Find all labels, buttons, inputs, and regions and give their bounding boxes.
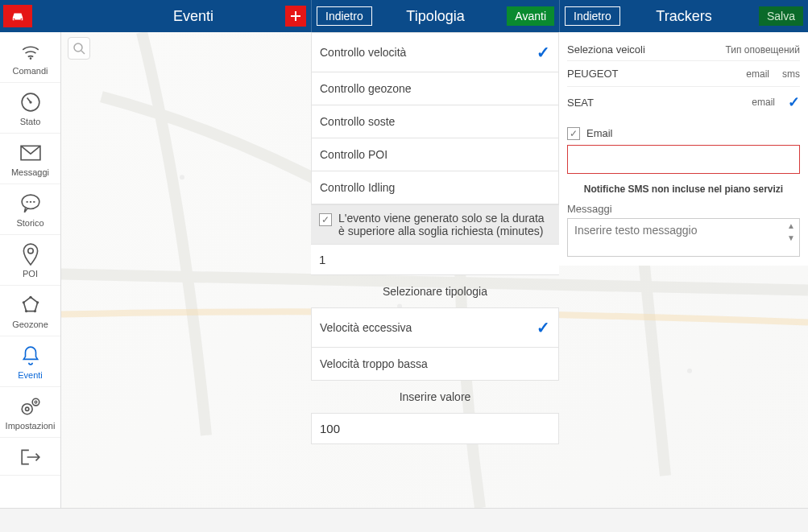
sidebar-item-label: Eventi: [18, 370, 43, 380]
type-eccessiva[interactable]: Velocità eccessiva ✓: [312, 308, 558, 348]
email-label: Email: [586, 127, 613, 139]
svg-point-18: [32, 398, 39, 406]
value-input[interactable]: 100: [312, 414, 558, 443]
bell-icon: [19, 344, 42, 367]
vehicle-email-col: email: [746, 68, 769, 80]
sidebar-item-stato[interactable]: Stato: [0, 83, 60, 134]
sidebar-item-label: POI: [23, 269, 38, 278]
sidebar-item-label: Geozone: [12, 320, 48, 329]
vehicle-row-seat[interactable]: SEAT email ✓: [567, 86, 800, 118]
checkbox-icon[interactable]: ✓: [319, 213, 332, 226]
add-event-button[interactable]: [285, 6, 306, 27]
email-input[interactable]: [567, 145, 800, 174]
svg-point-16: [22, 404, 32, 414]
duration-note-label: L'evento viene generato solo se la durat…: [338, 212, 551, 237]
control-soste[interactable]: Controllo soste: [312, 105, 558, 138]
control-poi[interactable]: Controllo POI: [312, 138, 558, 171]
duration-value-input[interactable]: 1: [311, 245, 559, 275]
chat-icon: [19, 192, 42, 215]
sidebar-item-label: Messaggi: [11, 167, 49, 177]
vehicle-row-peugeot[interactable]: PEUGEOT email sms: [567, 60, 800, 86]
search-button[interactable]: [68, 37, 90, 60]
sidebar-item-eventi[interactable]: Eventi: [0, 336, 60, 387]
control-geozone[interactable]: Controllo geozone: [312, 72, 558, 105]
type-list: Velocità eccessiva ✓ Velocità troppo bas…: [311, 307, 559, 381]
sidebar-item-storico[interactable]: Storico: [0, 184, 60, 235]
wifi-icon: [19, 40, 42, 63]
notification-type-label: Тип оповещений: [725, 44, 800, 56]
type-bassa[interactable]: Velocità troppo bassa: [312, 348, 558, 380]
gears-icon: [19, 395, 42, 418]
svg-point-17: [25, 407, 28, 410]
svg-point-10: [27, 248, 32, 253]
vehicle-name: PEUGEOT: [567, 68, 619, 80]
svg-point-12: [36, 301, 39, 303]
textarea-scroll-icon: ▲▼: [787, 221, 795, 242]
control-list: Controllo velocità ✓ Controllo geozone C…: [311, 32, 559, 204]
message-textarea[interactable]: [567, 218, 800, 257]
car-badge-icon: [3, 5, 32, 27]
svg-point-13: [33, 310, 35, 312]
header-title-eventi: Eventi: [173, 8, 213, 25]
list-item-label: Velocità troppo bassa: [320, 357, 428, 370]
sidebar-item-messaggi[interactable]: Messaggi: [0, 134, 60, 184]
vehicle-email-col: email: [752, 97, 775, 108]
email-checkbox[interactable]: ✓: [567, 127, 580, 140]
sidebar-item-exit[interactable]: [0, 438, 60, 476]
polygon-icon: [19, 294, 42, 316]
sidebar-item-label: Impostazioni: [6, 421, 56, 431]
messages-label: Messaggi: [567, 200, 800, 218]
sidebar-item-label: Storico: [16, 218, 44, 228]
gauge-icon: [19, 91, 42, 113]
svg-point-7: [29, 101, 31, 103]
sidebar: Comandi Stato Messaggi Storico POI Geozo…: [0, 32, 61, 532]
header-title-tipologia: Tipologia: [406, 8, 464, 25]
save-button[interactable]: Salva: [759, 6, 803, 26]
check-icon: ✓: [788, 93, 800, 111]
vehicle-sms-col: sms: [782, 68, 800, 80]
back-button-tipologia[interactable]: Indietro: [317, 6, 372, 26]
envelope-icon: [19, 142, 42, 164]
duration-threshold-row[interactable]: ✓ L'evento viene generato solo se la dur…: [311, 204, 559, 245]
sidebar-item-comandi[interactable]: Comandi: [0, 32, 60, 83]
svg-point-19: [35, 401, 37, 403]
forward-button-tipologia[interactable]: Avanti: [507, 6, 554, 26]
list-item-label: Controllo Idling: [320, 181, 395, 194]
vehicle-name: SEAT: [567, 97, 594, 109]
sidebar-item-impostazioni[interactable]: Impostazioni: [0, 387, 60, 438]
sidebar-item-label: Stato: [20, 117, 41, 126]
sms-note-label: Notifiche SMS non incluse nel piano serv…: [567, 174, 800, 200]
svg-point-20: [74, 43, 82, 52]
check-icon: ✓: [537, 318, 550, 337]
control-idling[interactable]: Controllo Idling: [312, 171, 558, 204]
exit-icon: [19, 446, 42, 468]
insert-value-label: Inserire valore: [311, 381, 559, 413]
pin-icon: [19, 243, 42, 266]
list-item-label: Controllo velocità: [320, 46, 406, 59]
svg-point-15: [22, 301, 24, 303]
select-type-label: Selezionare tipologia: [311, 275, 559, 307]
back-button-trackers[interactable]: Indietro: [565, 6, 620, 26]
header-title-trackers: Trackers: [656, 8, 711, 25]
list-item-label: Controllo POI: [320, 148, 387, 161]
list-item-label: Velocità eccessiva: [320, 321, 412, 334]
sidebar-item-geozone[interactable]: Geozone: [0, 286, 60, 336]
svg-point-11: [29, 296, 31, 299]
sidebar-item-label: Comandi: [12, 66, 48, 76]
svg-point-14: [24, 310, 27, 312]
control-velocita[interactable]: Controllo velocità ✓: [312, 33, 558, 72]
sidebar-item-poi[interactable]: POI: [0, 235, 60, 286]
check-icon: ✓: [537, 43, 550, 62]
list-item-label: Controllo geozone: [320, 82, 412, 95]
select-vehicles-label: Seleziona veicoli: [567, 43, 645, 56]
list-item-label: Controllo soste: [320, 115, 395, 128]
svg-point-5: [29, 57, 31, 60]
